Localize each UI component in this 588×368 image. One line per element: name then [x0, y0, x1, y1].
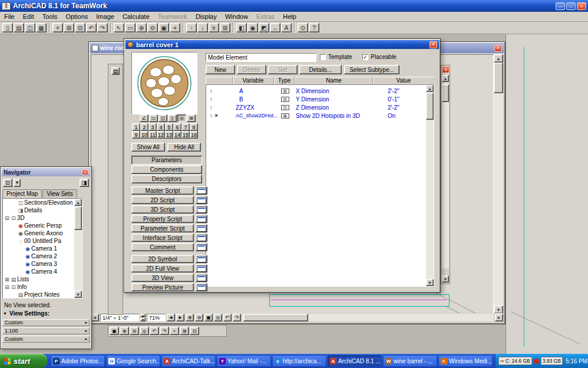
section-icon[interactable]: ◩: [259, 23, 269, 32]
table-row[interactable]: ↕ ZZYZX ⊡ Z Dimension 2'-2": [206, 103, 426, 111]
tree-item[interactable]: ◌00 Untitled Pa: [3, 237, 74, 245]
dialog-titlebar[interactable]: barrel cover 1 ×: [125, 40, 439, 49]
template-checkbox[interactable]: Template: [320, 54, 352, 60]
scroll-down-icon[interactable]: ▼: [74, 291, 82, 298]
previous-view-icon[interactable]: ↶: [223, 314, 232, 321]
undo-icon[interactable]: ↶: [86, 23, 97, 32]
chevron-down-icon[interactable]: ▾: [14, 179, 21, 187]
param-slot-11[interactable]: 11: [148, 131, 157, 139]
param-slot-16[interactable]: 16: [190, 131, 198, 139]
layers-icon[interactable]: ≡: [209, 23, 219, 32]
param-slot-1[interactable]: 1: [132, 123, 140, 131]
fit-view-icon[interactable]: ▣: [110, 327, 119, 335]
cell-name[interactable]: X Dimension: [296, 88, 374, 94]
open-script-window-icon[interactable]: [196, 243, 207, 251]
pan-icon[interactable]: +: [170, 327, 179, 335]
show-all-button[interactable]: Show All: [131, 143, 165, 152]
move-row-icon[interactable]: ↕: [210, 104, 213, 110]
home-icon[interactable]: ⊡: [190, 327, 199, 335]
zoom-field[interactable]: 71%: [147, 314, 166, 321]
tray-alert-icon[interactable]: [534, 359, 539, 364]
param-slot-12[interactable]: 12: [157, 131, 165, 139]
param-slot-9[interactable]: 9: [132, 131, 140, 139]
fit-view-icon[interactable]: ▣: [204, 314, 213, 321]
v-scrollbar[interactable]: ▲ ▼: [494, 54, 503, 314]
descriptors-section-button[interactable]: Descriptors: [131, 175, 202, 183]
header-name[interactable]: Name: [295, 77, 373, 84]
palette-menu-icon[interactable]: ◨: [80, 179, 89, 187]
header-type[interactable]: Type: [274, 77, 295, 84]
open-script-window-icon[interactable]: [196, 196, 207, 204]
scroll-thumb[interactable]: [243, 314, 308, 321]
close-button[interactable]: ×: [577, 2, 586, 10]
paste-icon[interactable]: ⊟: [75, 23, 85, 32]
free-space-badge[interactable]: 3.93 GB: [541, 357, 563, 365]
taskbar-task-media-player[interactable]: ►Windows Medi...: [438, 355, 493, 367]
tree-item[interactable]: ◉Camera 4: [3, 268, 74, 275]
scroll-down-icon[interactable]: ▼: [494, 305, 503, 314]
scroll-up-icon[interactable]: ▲: [442, 75, 449, 82]
cell-name[interactable]: Z Dimension: [296, 104, 374, 111]
parameters-section-button[interactable]: Parameters: [131, 156, 202, 165]
tree-item[interactable]: ⊟⊡3D: [3, 214, 74, 222]
redo-icon[interactable]: ↷: [97, 23, 108, 32]
cell-value[interactable]: 0'-1": [374, 96, 426, 103]
scroll-thumb[interactable]: [426, 93, 434, 120]
table-row[interactable]: ↕ A ⊞ X Dimension 2'-2": [206, 87, 426, 95]
scroll-left-icon[interactable]: ◄: [91, 314, 99, 321]
open-script-window-icon[interactable]: [196, 215, 207, 223]
h-scrollbar[interactable]: [242, 314, 494, 321]
view-setting-custom-1[interactable]: Custom ▸: [2, 319, 90, 326]
placeable-checkbox[interactable]: ✓ Placeable: [362, 54, 397, 60]
param-slot-2[interactable]: 2: [140, 123, 148, 131]
property-script-button[interactable]: Property Script: [131, 215, 194, 223]
select-subtype-button[interactable]: Select Subtype...: [344, 65, 399, 74]
param-slot-7[interactable]: 7: [181, 123, 190, 131]
param-slot-13[interactable]: 13: [165, 131, 173, 139]
tab-project-map[interactable]: Project Map: [2, 189, 42, 198]
scale-down-icon[interactable]: ▼: [140, 318, 146, 321]
close-icon[interactable]: ×: [442, 66, 450, 73]
next-view-icon[interactable]: ↷: [233, 314, 241, 321]
tree-item[interactable]: ◉Camera 3: [3, 260, 74, 268]
grid-icon[interactable]: ⊞: [180, 327, 189, 335]
grid-toggle-icon[interactable]: ⊞: [187, 114, 196, 122]
param-slot-5[interactable]: 5: [165, 123, 173, 131]
3d-script-button[interactable]: 3D Script: [131, 205, 194, 213]
front-view-toggle-icon[interactable]: ◫: [158, 114, 167, 122]
close-icon[interactable]: ×: [82, 169, 88, 175]
menu-image[interactable]: Image: [92, 12, 118, 21]
pan-left-icon[interactable]: ◄: [167, 314, 175, 321]
preview-picture-button[interactable]: Preview Picture: [131, 283, 194, 291]
move-row-icon[interactable]: ↕: [210, 88, 213, 94]
close-icon[interactable]: ×: [494, 45, 502, 52]
param-slot-8[interactable]: 8: [190, 123, 198, 131]
side-view-toggle-icon[interactable]: ▯: [168, 114, 177, 122]
story-up-icon[interactable]: ↑: [186, 23, 197, 32]
tree-item[interactable]: ⊟⊡Info: [3, 283, 74, 291]
3d-view-button[interactable]: 3D View: [131, 274, 194, 282]
scroll-down-icon[interactable]: ▼: [426, 279, 434, 286]
tree-item[interactable]: ◉Generic Axono: [3, 229, 74, 237]
taskbar-task-browser[interactable]: ehttp://archica...: [272, 355, 326, 367]
table-row[interactable]: ↕ B ⊟ Y Dimension 0'-1": [206, 95, 426, 103]
parameter-script-button[interactable]: Parameter Script: [131, 224, 194, 232]
param-slot-3[interactable]: 3: [148, 123, 157, 131]
tree-item[interactable]: ◉Generic Persp: [3, 222, 74, 229]
view-setting-scale[interactable]: 1:100 ▸: [2, 327, 90, 334]
menu-calculate[interactable]: Calculate: [118, 12, 154, 21]
pan-icon[interactable]: +: [170, 23, 180, 32]
comment-button[interactable]: Comment: [131, 243, 194, 251]
zoom-in-icon[interactable]: ⊕: [136, 23, 147, 32]
open-icon[interactable]: ▤: [14, 23, 24, 32]
navigator-titlebar[interactable]: Navigator ×: [2, 168, 90, 176]
param-slot-4[interactable]: 4: [157, 123, 165, 131]
next-view-icon[interactable]: ↷: [160, 327, 169, 335]
close-icon[interactable]: ×: [430, 41, 437, 48]
view-setting-custom-2[interactable]: Custom ▸: [2, 336, 90, 343]
collapse-icon[interactable]: ⊟: [4, 284, 10, 290]
table-row[interactable]: ↕× AC_show2DHot... ⊠ Show 2D Hotspots in…: [206, 111, 426, 120]
zoom-percent-icon[interactable]: ⊙: [298, 23, 308, 32]
taskbar-task-photoshop[interactable]: PAdobe Photos...: [51, 355, 105, 367]
menu-tools[interactable]: Tools: [38, 12, 62, 21]
